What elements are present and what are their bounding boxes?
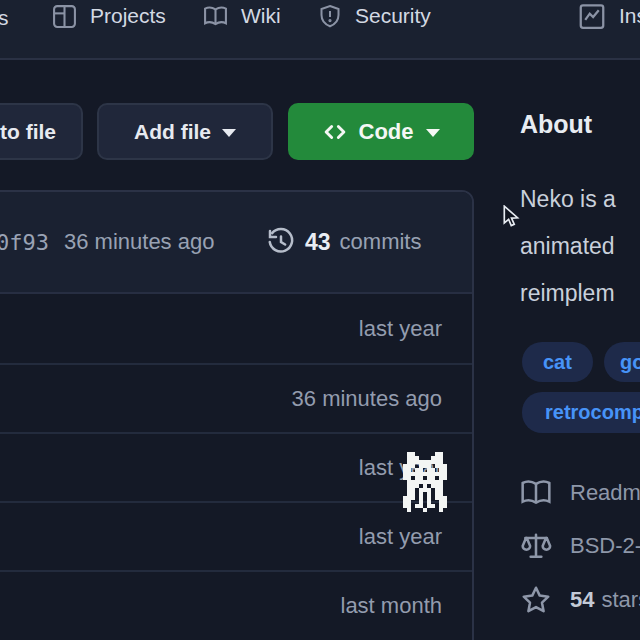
- tab-label: Insights: [619, 4, 640, 28]
- file-row[interactable]: last year: [0, 432, 472, 501]
- file-row[interactable]: last month: [0, 570, 472, 639]
- repo-description-line: reimplem: [520, 280, 615, 307]
- file-updated[interactable]: last month: [341, 593, 443, 619]
- stars-label: stars: [601, 587, 640, 612]
- github-repo-page: s Projects Wiki Security: [0, 0, 640, 640]
- code-icon: [323, 122, 347, 142]
- book-icon: [520, 477, 552, 509]
- file-row[interactable]: 36 minutes ago: [0, 363, 472, 432]
- topic-tag-retrocomputing[interactable]: retrocomputing: [522, 392, 640, 433]
- tag-label: retrocomputing: [545, 401, 640, 424]
- commit-hash[interactable]: 0f93: [0, 230, 49, 255]
- mouse-cursor: [503, 205, 520, 229]
- code-button[interactable]: Code: [288, 103, 474, 160]
- commit-time: 36 minutes ago: [64, 229, 214, 255]
- tab-label: Projects: [90, 4, 166, 28]
- readme-link[interactable]: Readme: [520, 477, 640, 509]
- chevron-down-icon: [426, 129, 440, 137]
- go-to-file-label: Go to file: [0, 120, 56, 144]
- graph-icon: [578, 3, 606, 30]
- star-count: 54: [570, 587, 594, 612]
- project-icon: [52, 4, 77, 29]
- commit-count-label: commits: [340, 229, 422, 255]
- tab-actions-partial[interactable]: s: [0, 6, 9, 30]
- commit-count: 43: [305, 229, 331, 256]
- file-updated[interactable]: last year: [359, 316, 442, 342]
- readme-label: Readme: [570, 480, 640, 506]
- code-label: Code: [359, 119, 414, 145]
- repo-description-line: Neko is a: [520, 186, 616, 213]
- file-row[interactable]: last year: [0, 501, 472, 570]
- topic-tag-cat[interactable]: cat: [522, 342, 593, 382]
- topic-tag-go[interactable]: go: [604, 342, 640, 382]
- law-icon: [520, 530, 552, 562]
- about-heading: About: [520, 110, 592, 139]
- tab-projects[interactable]: Projects: [52, 2, 166, 30]
- tab-security[interactable]: Security: [318, 2, 431, 30]
- license-link[interactable]: BSD-2-Clause license: [520, 530, 640, 562]
- neko-cat-sprite: [403, 452, 447, 512]
- file-list: last year 36 minutes ago last year last …: [0, 294, 472, 639]
- tab-label: Security: [355, 4, 431, 28]
- repo-description-line: animated: [520, 233, 615, 260]
- shield-icon: [318, 3, 342, 29]
- license-label: BSD-2-Clause license: [570, 533, 640, 559]
- tab-wiki[interactable]: Wiki: [203, 2, 281, 30]
- file-row[interactable]: last year: [0, 294, 472, 363]
- commit-history-link[interactable]: 43 commits: [266, 227, 421, 257]
- add-file-label: Add file: [134, 120, 211, 144]
- repo-tab-bar: s Projects Wiki Security: [0, 0, 640, 60]
- file-updated[interactable]: last year: [359, 524, 442, 550]
- go-to-file-button[interactable]: Go to file: [0, 103, 83, 160]
- latest-commit-bar[interactable]: 0f93 36 minutes ago 43 commits: [0, 192, 472, 294]
- chevron-down-icon: [222, 129, 236, 137]
- book-icon: [203, 4, 228, 29]
- add-file-button[interactable]: Add file: [97, 103, 273, 160]
- stars-link[interactable]: 54stars: [520, 584, 640, 616]
- star-icon: [520, 584, 552, 616]
- file-updated[interactable]: 36 minutes ago: [292, 386, 442, 412]
- history-icon: [266, 227, 296, 257]
- tag-label: go: [620, 351, 640, 374]
- tab-label: Wiki: [241, 4, 281, 28]
- tab-insights[interactable]: Insights: [578, 2, 640, 30]
- file-browser: 0f93 36 minutes ago 43 commits last year…: [0, 190, 474, 640]
- tag-label: cat: [543, 351, 572, 374]
